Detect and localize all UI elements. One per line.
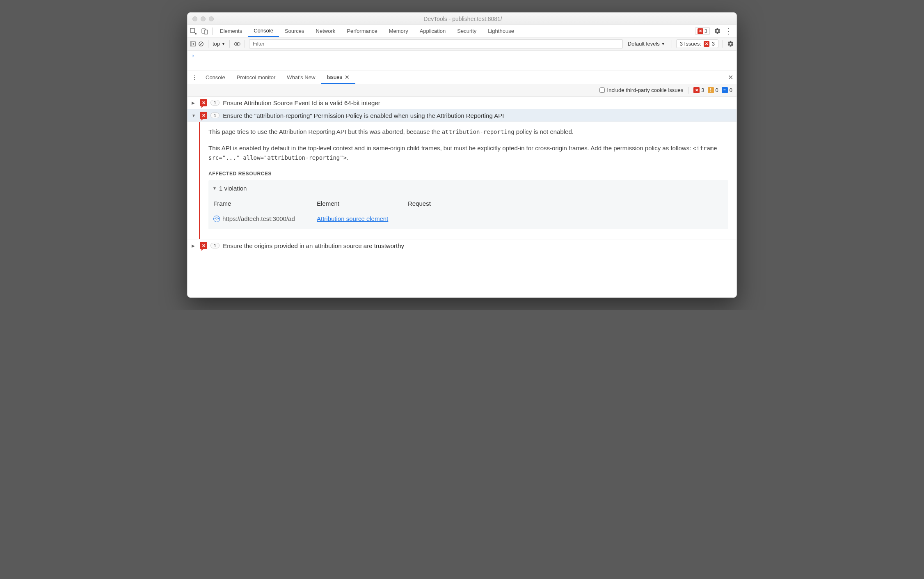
device-toggle-icon[interactable] <box>199 25 210 37</box>
issue-row[interactable]: ▼ ✕ 1 Ensure the "attribution-reporting"… <box>188 109 736 122</box>
element-link[interactable]: Attribution source element <box>317 215 388 222</box>
issue-error-icon: ✕ <box>200 242 207 249</box>
traffic-min[interactable] <box>201 16 206 21</box>
issue-title: Ensure Attribution Source Event Id is a … <box>223 99 380 106</box>
blank-area <box>188 252 736 297</box>
devtools-window: DevTools - publisher.test:8081/ Elements… <box>187 12 737 298</box>
error-counter[interactable]: ✕ 3 <box>695 27 710 35</box>
inspect-icon[interactable] <box>188 25 199 37</box>
drawer-kebab-icon[interactable]: ⋮ <box>189 74 200 81</box>
traffic-close[interactable] <box>192 16 197 21</box>
traffic-max[interactable] <box>209 16 214 21</box>
issue-paragraph: This page tries to use the Attribution R… <box>208 127 728 137</box>
issue-count-badge: 1 <box>210 100 220 106</box>
traffic-lights <box>188 16 214 21</box>
window-title: DevTools - publisher.test:8081/ <box>214 16 712 22</box>
chevron-down-icon: ▼ <box>661 42 665 46</box>
col-element: Element <box>313 197 403 211</box>
tab-application[interactable]: Application <box>414 25 452 37</box>
disclosure-triangle-icon: ▶ <box>192 244 197 248</box>
issue-title: Ensure the "attribution-reporting" Permi… <box>223 112 504 119</box>
frame-icon: <> <box>213 216 220 222</box>
disclosure-triangle-icon: ▶ <box>192 101 197 105</box>
issue-row[interactable]: ▶ ✕ 1 Ensure the origins provided in an … <box>188 239 736 252</box>
issue-paragraph: This API is enabled by default in the to… <box>208 143 728 163</box>
tab-lighthouse[interactable]: Lighthouse <box>482 25 520 37</box>
clear-console-icon[interactable] <box>198 41 204 47</box>
violation-table: Frame Element Request <> https://adtech.… <box>208 196 728 230</box>
frame-link[interactable]: <> https://adtech.test:3000/ad <box>213 214 308 223</box>
disclosure-triangle-icon: ▼ <box>213 185 217 192</box>
kebab-menu-icon[interactable]: ⋮ <box>725 27 732 36</box>
tab-console[interactable]: Console <box>248 25 279 37</box>
affected-resources-box: ▼ 1 violation Frame Element Request <> h… <box>208 180 728 230</box>
issue-row[interactable]: ▶ ✕ 1 Ensure Attribution Source Event Id… <box>188 96 736 109</box>
issue-count-badge: 1 <box>210 113 220 118</box>
issues-toolbar: Include third-party cookie issues ✕ 3 ! … <box>188 84 736 96</box>
warning-badge-icon: ! <box>708 87 714 93</box>
tab-performance[interactable]: Performance <box>341 25 383 37</box>
violation-header[interactable]: ▼ 1 violation <box>208 180 728 196</box>
disclosure-triangle-icon: ▼ <box>192 113 197 118</box>
drawer-tab-whatsnew[interactable]: What's New <box>281 71 321 84</box>
error-icon: ✕ <box>704 41 709 47</box>
console-sidebar-toggle-icon[interactable] <box>190 41 196 47</box>
tab-sources[interactable]: Sources <box>279 25 310 37</box>
console-prompt: › <box>192 53 194 59</box>
tab-security[interactable]: Security <box>451 25 482 37</box>
issue-error-icon: ✕ <box>200 112 207 119</box>
titlebar: DevTools - publisher.test:8081/ <box>188 13 736 25</box>
issue-category-counts: ✕ 3 ! 0 ≡ 0 <box>693 87 732 93</box>
log-levels-selector[interactable]: Default levels ▼ <box>625 41 668 47</box>
issues-counter[interactable]: 3 Issues: ✕ 3 <box>676 39 718 48</box>
issue-detail: This page tries to use the Attribution R… <box>199 122 736 239</box>
tab-memory[interactable]: Memory <box>383 25 414 37</box>
live-expression-icon[interactable] <box>234 41 240 47</box>
context-selector[interactable]: top ▼ <box>213 41 225 47</box>
drawer-tab-protocol[interactable]: Protocol monitor <box>231 71 281 84</box>
drawer-tab-issues[interactable]: Issues ✕ <box>321 71 355 84</box>
issue-title: Ensure the origins provided in an attrib… <box>223 242 404 249</box>
third-party-checkbox[interactable] <box>599 87 605 93</box>
tab-network[interactable]: Network <box>310 25 341 37</box>
table-row: <> https://adtech.test:3000/ad Attributi… <box>209 211 727 228</box>
error-badge-icon: ✕ <box>693 87 700 93</box>
code-span: attribution-reporting <box>442 129 515 135</box>
console-settings-gear-icon[interactable] <box>727 40 734 47</box>
affected-resources-heading: AFFECTED RESOURCES <box>208 170 728 178</box>
close-icon[interactable]: ✕ <box>345 74 350 80</box>
issue-count-badge: 1 <box>210 243 220 248</box>
col-request: Request <box>404 197 727 211</box>
error-icon: ✕ <box>698 28 703 34</box>
drawer-tab-console[interactable]: Console <box>200 71 231 84</box>
tab-elements[interactable]: Elements <box>214 25 248 37</box>
svg-rect-0 <box>190 28 194 32</box>
chevron-down-icon: ▼ <box>222 42 225 46</box>
drawer-tab-bar: ⋮ Console Protocol monitor What's New Is… <box>188 71 736 84</box>
issue-error-icon: ✕ <box>200 99 207 106</box>
console-body[interactable]: › <box>188 51 736 71</box>
info-badge-icon: ≡ <box>722 87 728 93</box>
svg-point-6 <box>236 43 238 44</box>
svg-rect-2 <box>204 30 208 34</box>
drawer-close-icon[interactable]: ✕ <box>724 74 736 81</box>
console-toolbar: top ▼ Default levels ▼ 3 Issues: ✕ 3 <box>188 37 736 51</box>
error-count-num: 3 <box>704 28 707 34</box>
filter-input[interactable] <box>249 39 623 48</box>
main-tab-bar: Elements Console Sources Network Perform… <box>188 25 736 37</box>
col-frame: Frame <box>209 197 312 211</box>
third-party-checkbox-label[interactable]: Include third-party cookie issues <box>599 87 684 93</box>
settings-gear-icon[interactable] <box>714 28 721 34</box>
